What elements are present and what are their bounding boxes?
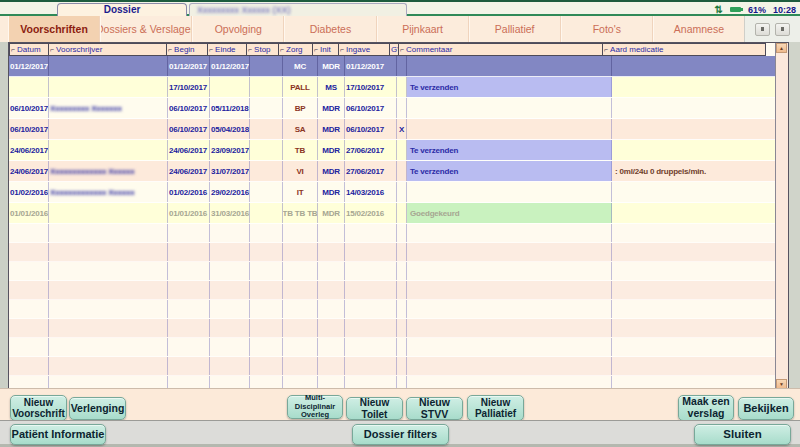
empty-cell [345,338,397,356]
empty-cell [210,357,250,375]
cell-commentaar [407,182,612,202]
nieuw-voorschrift-button[interactable]: Nieuw Voorschrift [10,395,67,421]
voorschrift-row[interactable]: 06/10/201706/10/201705/04/2018SAMDR06/10… [9,119,775,140]
header-cell-begin[interactable]: ⌐Begin [166,43,208,56]
empty-cell [168,243,210,261]
cell-commentaar: Te verzenden [407,140,612,160]
voorschrift-row[interactable]: 17/10/2017PALLMS17/10/2017Te verzenden [9,77,775,98]
cell-gv [397,203,407,223]
voorschrift-row[interactable]: 01/12/201701/12/201701/12/2017MCMDR01/12… [9,56,775,77]
empty-cell [345,376,397,388]
cell-begin: 06/10/2017 [168,98,210,118]
cell-begin: 01/02/2016 [168,182,210,202]
nieuw-stvv-button[interactable]: Nieuw STVV [406,397,463,420]
voorschrift-row[interactable]: 01/01/201601/01/201631/03/2016TB TB TBMD… [9,203,775,224]
header-label: Stop [254,45,270,54]
empty-cell [9,319,49,337]
empty-cell [345,262,397,280]
header-cell-commentaar[interactable]: ⌐Commentaar [398,43,603,56]
voorschrift-row[interactable]: 24/06/201724/06/201723/09/2017TBMDR27/06… [9,140,775,161]
cell-einde: 29/02/2016 [210,182,250,202]
dossier-window-tab[interactable]: Dossier [57,3,187,17]
header-cell-voorschrijver[interactable]: ⌐Voorschrijver [48,43,167,56]
empty-cell [407,376,612,388]
cell-ingave: 15/02/2016 [345,203,397,223]
empty-cell [250,224,283,242]
nieuw-toilet-button[interactable]: Nieuw Toilet [346,397,403,420]
dossier-filters-button[interactable]: Dossier filters [352,424,449,445]
multi-disciplinair-overleg-button[interactable]: Multi-Disciplinair Overleg [287,395,343,419]
empty-cell [397,319,407,337]
header-cell-aard[interactable]: ⌐Aard medicatie [602,43,766,56]
cell-begin: 06/10/2017 [168,119,210,139]
vertical-scrollbar[interactable]: ▲ ▼ [775,43,788,389]
empty-cell [250,338,283,356]
tab-foto-s[interactable]: Foto's [561,16,653,42]
nieuw-palliatief-button[interactable]: Nieuw Palliatief [467,395,524,421]
empty-cell [283,319,318,337]
empty-cell [283,224,318,242]
maak-een-verslag-button[interactable]: Maak een verslag [678,395,734,421]
sort-icon: ⌐ [314,47,318,53]
tab-bar: VoorschriftenDossiers & VerslagenOpvolgi… [0,16,800,42]
cell-stop [250,203,283,223]
empty-cell [9,281,49,299]
sluiten-button[interactable]: Sluiten [694,424,791,445]
cell-gv [397,161,407,181]
empty-cell [49,262,168,280]
cell-voorschrijver [49,77,168,97]
cell-einde [210,77,250,97]
header-label: Voorschrijver [56,45,102,54]
voorschrift-row[interactable]: 24/06/2017Xxxxxxxxxxxxx Xxxxxx24/06/2017… [9,161,775,182]
cell-einde: 23/09/2017 [210,140,250,160]
tab-voorschriften[interactable]: Voorschriften [8,16,100,42]
header-cell-init[interactable]: ⌐Init [312,43,339,56]
empty-cell [345,357,397,375]
header-cell-einde[interactable]: ⌐Einde [207,43,247,56]
empty-cell [612,262,775,280]
cell-init: MDR [318,203,345,223]
cell-gv: X [397,119,407,139]
cell-commentaar: Goedgekeurd [407,203,612,223]
status-cluster: ⇅ 61% 10:28 [715,3,796,16]
cell-commentaar [407,119,612,139]
cell-ingave: 06/10/2017 [345,119,397,139]
empty-cell [49,281,168,299]
header-cell-stop[interactable]: ⌐Stop [246,43,279,56]
empty-cell [612,243,775,261]
tab-opvolging[interactable]: Opvolging [192,16,284,42]
tab-palliatief[interactable]: Palliatief [469,16,561,42]
header-cell-zorg[interactable]: ⌐Zorg [278,43,313,56]
tab-dossiers-verslagen[interactable]: Dossiers & Verslagen [100,16,192,42]
voorschrift-row[interactable]: 06/10/2017Xxxxxxxxx Xxxxxxx06/10/201705/… [9,98,775,119]
empty-cell [407,338,612,356]
sort-icon: ⌐ [248,47,252,53]
cell-begin: 24/06/2017 [168,140,210,160]
scroll-up-button[interactable]: ▲ [776,43,787,53]
table-header-row: ⌐Datum⌐Voorschrijver⌐Begin⌐Einde⌐Stop⌐Zo… [9,43,775,56]
cell-datum: 06/10/2017 [9,119,49,139]
empty-cell [318,376,345,388]
cell-aard [612,77,775,97]
header-cell-datum[interactable]: ⌐Datum [9,43,49,56]
tab-diabetes[interactable]: Diabetes [284,16,376,42]
pati-nt-informatie-button[interactable]: Patiënt Informatie [10,424,106,445]
empty-cell [168,357,210,375]
bekijken-button[interactable]: Bekijken [738,397,794,420]
voorschrift-row[interactable]: 01/02/2016Xxxxxxxxxxxxx Xxxxxx01/02/2016… [9,182,775,203]
header-cell-ingave[interactable]: ⌐Ingave [338,43,390,56]
tab-pijnkaart[interactable]: Pijnkaart [377,16,469,42]
empty-cell [345,243,397,261]
cell-aard [612,182,775,202]
cell-gv [397,77,407,97]
cell-zorg: BP [283,98,318,118]
header-label: Init [320,45,331,54]
empty-cell [9,357,49,375]
tab-scroll-right-button[interactable] [775,23,790,36]
verlenging-button[interactable]: Verlenging [69,397,126,420]
tab-anamnese[interactable]: Anamnese [653,16,745,42]
tab-scroll-left-button[interactable] [755,23,770,36]
cell-zorg: TB [283,140,318,160]
action-button-strip: Nieuw VoorschriftVerlengingMulti-Discipl… [0,388,800,421]
empty-cell [210,262,250,280]
